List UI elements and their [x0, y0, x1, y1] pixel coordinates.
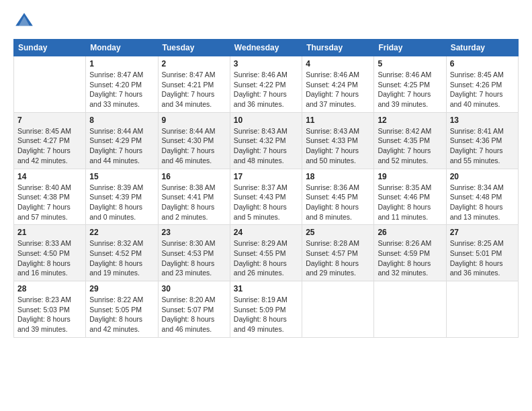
day-number: 24 [234, 228, 298, 237]
day-header-sunday: Sunday [14, 40, 86, 56]
week-row-3: 14Sunrise: 8:40 AM Sunset: 4:38 PM Dayli… [14, 169, 519, 225]
day-info: Sunrise: 8:43 AM Sunset: 4:33 PM Dayligh… [306, 126, 370, 166]
day-header-tuesday: Tuesday [158, 40, 230, 56]
logo-icon [13, 11, 35, 32]
day-number: 28 [17, 284, 82, 293]
day-info: Sunrise: 8:47 AM Sunset: 4:21 PM Dayligh… [162, 70, 226, 109]
day-number: 3 [234, 59, 298, 68]
day-header-thursday: Thursday [302, 40, 374, 56]
day-info: Sunrise: 8:43 AM Sunset: 4:32 PM Dayligh… [234, 126, 298, 166]
day-number: 19 [378, 172, 442, 181]
day-cell: 31Sunrise: 8:19 AM Sunset: 5:09 PM Dayli… [230, 281, 302, 338]
calendar-header-row: SundayMondayTuesdayWednesdayThursdayFrid… [14, 40, 519, 56]
day-cell [446, 281, 518, 338]
day-info: Sunrise: 8:46 AM Sunset: 4:22 PM Dayligh… [234, 70, 298, 109]
week-row-4: 21Sunrise: 8:33 AM Sunset: 4:50 PM Dayli… [14, 225, 519, 281]
day-info: Sunrise: 8:28 AM Sunset: 4:57 PM Dayligh… [306, 238, 370, 278]
day-info: Sunrise: 8:42 AM Sunset: 4:35 PM Dayligh… [378, 126, 442, 166]
day-info: Sunrise: 8:26 AM Sunset: 4:59 PM Dayligh… [378, 238, 442, 278]
week-row-1: 1Sunrise: 8:47 AM Sunset: 4:20 PM Daylig… [14, 56, 519, 113]
day-info: Sunrise: 8:44 AM Sunset: 4:29 PM Dayligh… [89, 126, 154, 166]
day-info: Sunrise: 8:40 AM Sunset: 4:38 PM Dayligh… [17, 183, 82, 222]
day-cell: 16Sunrise: 8:38 AM Sunset: 4:41 PM Dayli… [158, 169, 230, 225]
day-cell: 21Sunrise: 8:33 AM Sunset: 4:50 PM Dayli… [14, 225, 86, 281]
day-number: 8 [89, 116, 154, 125]
day-info: Sunrise: 8:38 AM Sunset: 4:41 PM Dayligh… [162, 183, 226, 222]
page: SundayMondayTuesdayWednesdayThursdayFrid… [0, 0, 532, 411]
day-cell: 6Sunrise: 8:45 AM Sunset: 4:26 PM Daylig… [446, 56, 518, 113]
day-number: 9 [162, 116, 226, 125]
day-info: Sunrise: 8:47 AM Sunset: 4:20 PM Dayligh… [89, 70, 154, 109]
day-cell: 26Sunrise: 8:26 AM Sunset: 4:59 PM Dayli… [374, 225, 446, 281]
day-info: Sunrise: 8:46 AM Sunset: 4:24 PM Dayligh… [306, 70, 370, 109]
day-number: 2 [162, 59, 226, 68]
day-number: 31 [234, 284, 298, 293]
day-info: Sunrise: 8:45 AM Sunset: 4:26 PM Dayligh… [450, 70, 515, 109]
day-cell: 20Sunrise: 8:34 AM Sunset: 4:48 PM Dayli… [446, 169, 518, 225]
day-cell: 5Sunrise: 8:46 AM Sunset: 4:25 PM Daylig… [374, 56, 446, 113]
day-info: Sunrise: 8:34 AM Sunset: 4:48 PM Dayligh… [450, 183, 515, 222]
day-cell: 15Sunrise: 8:39 AM Sunset: 4:39 PM Dayli… [86, 169, 158, 225]
day-number: 26 [378, 228, 442, 237]
day-cell: 13Sunrise: 8:41 AM Sunset: 4:36 PM Dayli… [446, 112, 518, 169]
day-number: 25 [306, 228, 370, 237]
day-number: 6 [450, 59, 515, 68]
day-info: Sunrise: 8:39 AM Sunset: 4:39 PM Dayligh… [89, 183, 154, 222]
day-header-friday: Friday [374, 40, 446, 56]
day-cell: 2Sunrise: 8:47 AM Sunset: 4:21 PM Daylig… [158, 56, 230, 113]
day-cell: 25Sunrise: 8:28 AM Sunset: 4:57 PM Dayli… [302, 225, 374, 281]
day-cell: 19Sunrise: 8:35 AM Sunset: 4:46 PM Dayli… [374, 169, 446, 225]
day-number: 18 [306, 172, 370, 181]
day-number: 17 [234, 172, 298, 181]
day-header-saturday: Saturday [446, 40, 518, 56]
calendar-table: SundayMondayTuesdayWednesdayThursdayFrid… [13, 39, 519, 338]
day-number: 7 [17, 116, 82, 125]
logo [13, 11, 38, 32]
day-info: Sunrise: 8:35 AM Sunset: 4:46 PM Dayligh… [378, 183, 442, 222]
day-info: Sunrise: 8:36 AM Sunset: 4:45 PM Dayligh… [306, 183, 370, 222]
day-cell: 10Sunrise: 8:43 AM Sunset: 4:32 PM Dayli… [230, 112, 302, 169]
day-info: Sunrise: 8:19 AM Sunset: 5:09 PM Dayligh… [234, 295, 298, 334]
day-cell: 29Sunrise: 8:22 AM Sunset: 5:05 PM Dayli… [86, 281, 158, 338]
day-number: 29 [89, 284, 154, 293]
day-number: 12 [378, 116, 442, 125]
day-info: Sunrise: 8:20 AM Sunset: 5:07 PM Dayligh… [162, 295, 226, 334]
day-number: 13 [450, 116, 515, 125]
day-cell: 8Sunrise: 8:44 AM Sunset: 4:29 PM Daylig… [86, 112, 158, 169]
day-info: Sunrise: 8:41 AM Sunset: 4:36 PM Dayligh… [450, 126, 515, 166]
day-number: 4 [306, 59, 370, 68]
header [13, 11, 519, 32]
day-info: Sunrise: 8:45 AM Sunset: 4:27 PM Dayligh… [17, 126, 82, 166]
day-cell: 30Sunrise: 8:20 AM Sunset: 5:07 PM Dayli… [158, 281, 230, 338]
day-number: 21 [17, 228, 82, 237]
day-number: 10 [234, 116, 298, 125]
day-info: Sunrise: 8:37 AM Sunset: 4:43 PM Dayligh… [234, 183, 298, 222]
day-cell: 17Sunrise: 8:37 AM Sunset: 4:43 PM Dayli… [230, 169, 302, 225]
day-cell: 12Sunrise: 8:42 AM Sunset: 4:35 PM Dayli… [374, 112, 446, 169]
day-number: 1 [89, 59, 154, 68]
day-number: 5 [378, 59, 442, 68]
day-number: 15 [89, 172, 154, 181]
day-cell [302, 281, 374, 338]
day-info: Sunrise: 8:23 AM Sunset: 5:03 PM Dayligh… [17, 295, 82, 334]
day-cell: 1Sunrise: 8:47 AM Sunset: 4:20 PM Daylig… [86, 56, 158, 113]
week-row-5: 28Sunrise: 8:23 AM Sunset: 5:03 PM Dayli… [14, 281, 519, 338]
day-info: Sunrise: 8:32 AM Sunset: 4:52 PM Dayligh… [89, 238, 154, 278]
day-cell: 7Sunrise: 8:45 AM Sunset: 4:27 PM Daylig… [14, 112, 86, 169]
day-info: Sunrise: 8:22 AM Sunset: 5:05 PM Dayligh… [89, 295, 154, 334]
day-number: 14 [17, 172, 82, 181]
day-cell [14, 56, 86, 113]
day-number: 20 [450, 172, 515, 181]
day-number: 30 [162, 284, 226, 293]
day-cell: 4Sunrise: 8:46 AM Sunset: 4:24 PM Daylig… [302, 56, 374, 113]
day-cell: 3Sunrise: 8:46 AM Sunset: 4:22 PM Daylig… [230, 56, 302, 113]
day-info: Sunrise: 8:29 AM Sunset: 4:55 PM Dayligh… [234, 238, 298, 278]
day-info: Sunrise: 8:25 AM Sunset: 5:01 PM Dayligh… [450, 238, 515, 278]
day-info: Sunrise: 8:44 AM Sunset: 4:30 PM Dayligh… [162, 126, 226, 166]
day-number: 27 [450, 228, 515, 237]
day-number: 23 [162, 228, 226, 237]
day-info: Sunrise: 8:30 AM Sunset: 4:53 PM Dayligh… [162, 238, 226, 278]
day-cell: 28Sunrise: 8:23 AM Sunset: 5:03 PM Dayli… [14, 281, 86, 338]
day-cell: 14Sunrise: 8:40 AM Sunset: 4:38 PM Dayli… [14, 169, 86, 225]
week-row-2: 7Sunrise: 8:45 AM Sunset: 4:27 PM Daylig… [14, 112, 519, 169]
